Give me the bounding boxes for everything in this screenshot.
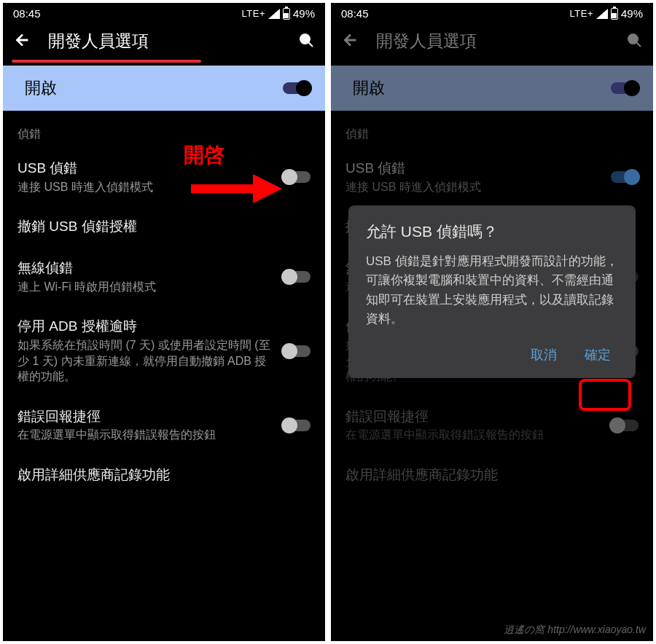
setting-bug-report-shortcut[interactable]: 錯誤回報捷徑 在電源選單中顯示取得錯誤報告的按鈕 [331, 396, 653, 455]
phone-left: 08:45 LTE+ 49% 開發人員選項 開啟 偵錯 USB 偵錯 連接 US… [3, 3, 325, 641]
setting-title: 錯誤回報捷徑 [345, 408, 601, 426]
battery-icon [611, 8, 618, 20]
status-right: LTE+ 49% [570, 7, 644, 20]
dialog-body: USB 偵錯是針對應用程式開發而設計的功能，可讓你複製電腦和裝置中的資料、不需經… [366, 252, 618, 329]
network-label: LTE+ [570, 8, 593, 19]
setting-title: 啟用詳細供應商記錄功能 [17, 466, 311, 484]
setting-title: USB 偵錯 [345, 160, 601, 178]
status-bar: 08:45 LTE+ 49% [3, 3, 325, 23]
setting-subtitle: 連接 USB 時進入偵錯模式 [345, 179, 601, 195]
svg-point-0 [300, 34, 310, 44]
signal-icon [596, 9, 608, 19]
setting-subtitle: 連接 USB 時進入偵錯模式 [17, 179, 273, 195]
setting-vendor-logging[interactable]: 啟用詳細供應商記錄功能 [3, 455, 325, 496]
battery-icon [283, 8, 290, 20]
setting-revoke-usb-auth[interactable]: 撤銷 USB 偵錯授權 [3, 206, 325, 248]
annotation-underline [12, 60, 201, 63]
setting-title: 錯誤回報捷徑 [17, 408, 273, 426]
setting-title: 撤銷 USB 偵錯授權 [17, 218, 311, 236]
switch-icon [283, 82, 311, 94]
battery-percent: 49% [621, 7, 643, 20]
arrow-back-icon [13, 31, 31, 49]
ok-button[interactable]: 確定 [577, 342, 618, 368]
switch-icon [611, 420, 639, 431]
page-title: 開發人員選項 [376, 30, 608, 52]
search-button[interactable] [297, 31, 315, 52]
dialog-title: 允許 USB 偵錯嗎？ [366, 221, 618, 242]
section-header-debug: 偵錯 [3, 111, 325, 148]
switch-icon [283, 171, 311, 183]
switch-icon [611, 82, 639, 94]
setting-usb-debugging[interactable]: USB 偵錯 連接 USB 時進入偵錯模式 [331, 148, 653, 206]
status-time: 08:45 [341, 7, 369, 20]
setting-title: 啟用詳細供應商記錄功能 [345, 466, 639, 484]
developer-options-master-toggle[interactable]: 開啟 [3, 66, 325, 111]
page-title: 開發人員選項 [48, 30, 280, 52]
status-bar: 08:45 LTE+ 49% [331, 3, 653, 23]
search-icon [297, 31, 315, 49]
setting-subtitle: 如果系統在預設時間 (7 天) 或使用者設定時間 (至少 1 天) 內未重新連線… [17, 337, 273, 385]
svg-point-2 [628, 34, 638, 44]
setting-vendor-logging[interactable]: 啟用詳細供應商記錄功能 [331, 455, 653, 496]
usb-debug-confirm-dialog: 允許 USB 偵錯嗎？ USB 偵錯是針對應用程式開發而設計的功能，可讓你複製電… [348, 205, 636, 378]
switch-icon [283, 271, 311, 283]
dialog-actions: 取消 確定 [366, 342, 618, 368]
setting-usb-debugging[interactable]: USB 偵錯 連接 USB 時進入偵錯模式 [3, 148, 325, 206]
developer-options-master-toggle[interactable]: 開啟 [331, 66, 653, 111]
section-header-debug: 偵錯 [331, 111, 653, 148]
switch-icon [283, 345, 311, 357]
status-time: 08:45 [13, 7, 41, 20]
setting-subtitle: 在電源選單中顯示取得錯誤報告的按鈕 [345, 427, 601, 443]
search-button[interactable] [625, 31, 643, 52]
back-button[interactable] [13, 31, 31, 52]
battery-percent: 49% [293, 7, 315, 20]
annotation-open-label: 開啓 [184, 141, 224, 169]
status-right: LTE+ 49% [242, 7, 316, 20]
setting-wireless-debugging[interactable]: 無線偵錯 連上 Wi-Fi 時啟用偵錯模式 [3, 248, 325, 306]
watermark: 逍遙の窩 http://www.xiaoyao.tw [504, 624, 646, 637]
svg-line-1 [308, 42, 313, 47]
master-toggle-label: 開啟 [353, 77, 385, 99]
setting-bug-report-shortcut[interactable]: 錯誤回報捷徑 在電源選單中顯示取得錯誤報告的按鈕 [3, 396, 325, 455]
setting-title: 無線偵錯 [17, 259, 273, 278]
setting-subtitle: 在電源選單中顯示取得錯誤報告的按鈕 [17, 427, 273, 443]
svg-line-3 [636, 42, 641, 47]
cancel-button[interactable]: 取消 [523, 342, 564, 368]
search-icon [625, 31, 643, 49]
arrow-back-icon [341, 31, 359, 49]
setting-subtitle: 連上 Wi-Fi 時啟用偵錯模式 [17, 279, 273, 295]
app-bar: 開發人員選項 [331, 23, 653, 66]
signal-icon [268, 9, 280, 19]
setting-title: USB 偵錯 [17, 160, 273, 178]
switch-icon [611, 171, 639, 183]
back-button[interactable] [341, 31, 359, 52]
network-label: LTE+ [242, 8, 265, 19]
switch-icon [283, 420, 311, 431]
setting-title: 停用 ADB 授權逾時 [17, 318, 273, 336]
setting-adb-timeout[interactable]: 停用 ADB 授權逾時 如果系統在預設時間 (7 天) 或使用者設定時間 (至少… [3, 306, 325, 396]
master-toggle-label: 開啟 [25, 77, 57, 99]
phone-right: 08:45 LTE+ 49% 開發人員選項 開啟 偵錯 USB 偵錯 連接 US… [331, 3, 653, 641]
